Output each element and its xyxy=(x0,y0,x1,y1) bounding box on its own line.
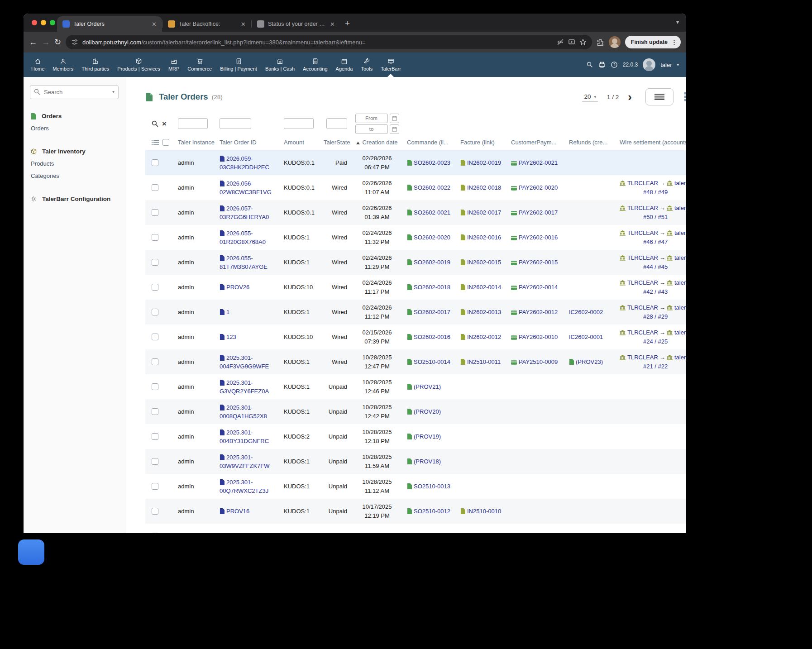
tab-taler-orders[interactable]: Taler Orders ✕ xyxy=(57,16,162,32)
wire-source-link[interactable]: TLRCLEAR xyxy=(627,229,658,236)
order-id-link[interactable]: 2025.301-0008QA1HG52X8 xyxy=(220,404,267,420)
payment-link[interactable]: PAY2602-0017 xyxy=(519,209,558,216)
tab-close-icon[interactable]: ✕ xyxy=(240,21,247,28)
wire-refs-link[interactable]: #21 / #22 xyxy=(643,363,668,370)
row-checkbox[interactable] xyxy=(152,284,158,291)
back-button[interactable]: ← xyxy=(29,38,37,46)
commande-link[interactable]: (PROV18) xyxy=(414,458,441,465)
commande-link[interactable]: SO2602-0021 xyxy=(414,209,450,216)
wire-source-link[interactable]: TLRCLEAR xyxy=(627,279,658,286)
user-avatar[interactable] xyxy=(643,58,655,71)
commande-link[interactable]: SO2510-0014 xyxy=(414,358,450,365)
global-search-icon[interactable] xyxy=(586,61,593,68)
commande-link[interactable]: SO2602-0022 xyxy=(414,184,450,191)
commande-link[interactable]: SO2510-0011 xyxy=(414,533,450,533)
filter-taler-instance-input[interactable] xyxy=(178,118,208,129)
filter-state-input[interactable] xyxy=(326,118,347,129)
wire-destination-link[interactable]: taler_te xyxy=(674,279,686,286)
config-section-heading[interactable]: TalerBarr Configuration xyxy=(24,194,125,205)
nav-item-home[interactable]: Home xyxy=(27,52,48,77)
payment-link[interactable]: PAY2510-0009 xyxy=(519,358,558,365)
dock-app-icon[interactable] xyxy=(18,539,44,565)
col-facture[interactable]: Facture (link) xyxy=(457,139,507,146)
sidebar-search-input[interactable] xyxy=(30,85,119,99)
wire-refs-link[interactable]: #28 / #29 xyxy=(643,313,668,320)
bookmark-star-icon[interactable] xyxy=(579,38,587,46)
commande-link[interactable]: SO2602-0018 xyxy=(414,284,450,291)
facture-link[interactable]: IN2602-0015 xyxy=(467,259,501,266)
apply-filter-icon[interactable] xyxy=(152,120,158,127)
nav-item-talerbarr[interactable]: TalerBarr xyxy=(377,52,405,77)
sidebar-link-orders[interactable]: Orders xyxy=(24,122,125,134)
order-id-link[interactable]: 2026.059-03C8HK2DDH2EC xyxy=(220,155,269,171)
commande-link[interactable]: SO2510-0012 xyxy=(414,508,450,515)
wire-destination-link[interactable]: taler_te xyxy=(674,205,686,211)
nav-item-tools[interactable]: Tools xyxy=(357,52,377,77)
inventory-section-heading[interactable]: Taler Inventory xyxy=(24,146,125,157)
row-checkbox[interactable] xyxy=(152,383,158,390)
commande-link[interactable]: SO2602-0017 xyxy=(414,309,450,315)
calendar-icon[interactable] xyxy=(390,114,399,123)
filter-date-from-input[interactable] xyxy=(355,114,388,123)
row-checkbox[interactable] xyxy=(152,209,158,216)
select-list-icon[interactable] xyxy=(152,140,159,145)
wire-source-link[interactable]: TLRCLEAR xyxy=(627,254,658,261)
wire-destination-link[interactable]: taler_te xyxy=(674,304,686,311)
payment-link[interactable]: PAY2602-0015 xyxy=(519,259,558,266)
commande-link[interactable]: (PROV20) xyxy=(414,408,441,415)
user-menu-caret-icon[interactable]: ▾ xyxy=(677,62,679,67)
facture-link[interactable]: IN2510-0009 xyxy=(467,533,501,533)
translate-disabled-icon[interactable] xyxy=(557,38,564,46)
reload-button[interactable]: ↻ xyxy=(54,38,61,46)
order-id-link[interactable]: 2026.055-81T7M3S07AYGE xyxy=(220,255,267,270)
clear-filter-icon[interactable]: × xyxy=(162,120,167,128)
nav-item-accounting[interactable]: Accounting xyxy=(299,52,331,77)
row-checkbox[interactable] xyxy=(152,309,158,315)
search-caret-icon[interactable]: ▾ xyxy=(112,89,115,94)
order-id-link[interactable]: 2025.301-004BY31DGNFRC xyxy=(220,429,269,444)
list-view-button[interactable] xyxy=(645,88,673,105)
orders-section-heading[interactable]: Orders xyxy=(24,111,125,122)
col-talerstate[interactable]: TalerState xyxy=(320,139,351,146)
wire-refs-link[interactable]: #42 / #43 xyxy=(643,288,668,295)
order-id-link[interactable]: 2025.301-G3VQR2Y6FEZ0A xyxy=(220,379,269,395)
filter-order-id-input[interactable] xyxy=(220,118,251,129)
extensions-icon[interactable] xyxy=(597,38,604,46)
calendar-icon[interactable] xyxy=(390,124,399,134)
col-commande[interactable]: Commande (li... xyxy=(403,139,457,146)
tab-order-status[interactable]: Status of your order forSync ✕ xyxy=(252,16,340,32)
wire-refs-link[interactable]: #24 / #25 xyxy=(643,338,668,345)
wire-refs-link[interactable]: #44 / #45 xyxy=(643,263,668,270)
payment-link[interactable]: PAY2602-0012 xyxy=(519,309,558,315)
commande-link[interactable]: SO2602-0016 xyxy=(414,334,450,340)
col-taler-order-id[interactable]: Taler Order ID xyxy=(216,138,280,147)
col-amount[interactable]: Amount xyxy=(280,139,320,146)
grid-view-icon[interactable] xyxy=(684,92,686,101)
wire-source-link[interactable]: TLRCLEAR xyxy=(627,304,658,311)
nav-item-mrp[interactable]: MRP xyxy=(164,52,183,77)
install-app-icon[interactable] xyxy=(568,38,575,46)
wire-destination-link[interactable]: taler_te xyxy=(674,354,686,361)
order-id-link[interactable]: 2026.056-02W8CWC3BF1VG xyxy=(220,180,272,196)
browser-menu-icon[interactable]: ⋮ xyxy=(671,39,677,46)
facture-link[interactable]: IN2602-0014 xyxy=(467,284,501,291)
wire-destination-link[interactable]: taler_te xyxy=(674,533,686,534)
wire-destination-link[interactable]: taler_te xyxy=(674,329,686,336)
commande-link[interactable]: (PROV19) xyxy=(414,433,441,440)
payment-link[interactable]: PAY2602-0020 xyxy=(519,184,558,191)
sidebar-link-products[interactable]: Products xyxy=(24,157,125,170)
row-checkbox[interactable] xyxy=(152,533,158,533)
wire-source-link[interactable]: TLRCLEAR xyxy=(627,533,658,534)
facture-link[interactable]: IN2602-0019 xyxy=(467,159,501,166)
help-icon[interactable]: ? xyxy=(611,61,618,68)
select-all-checkbox[interactable] xyxy=(162,139,169,146)
filter-amount-input[interactable] xyxy=(284,118,314,129)
refund-link[interactable]: IC2602-0002 xyxy=(569,309,603,315)
row-checkbox[interactable] xyxy=(152,334,158,340)
wire-source-link[interactable]: TLRCLEAR xyxy=(627,329,658,336)
row-checkbox[interactable] xyxy=(152,259,158,266)
wire-source-link[interactable]: TLRCLEAR xyxy=(627,205,658,211)
order-id-link[interactable]: 2025.301-03W9VZFFZK7FW xyxy=(220,454,270,469)
close-window-button[interactable] xyxy=(32,20,37,25)
order-id-link[interactable]: 1 xyxy=(226,309,229,315)
